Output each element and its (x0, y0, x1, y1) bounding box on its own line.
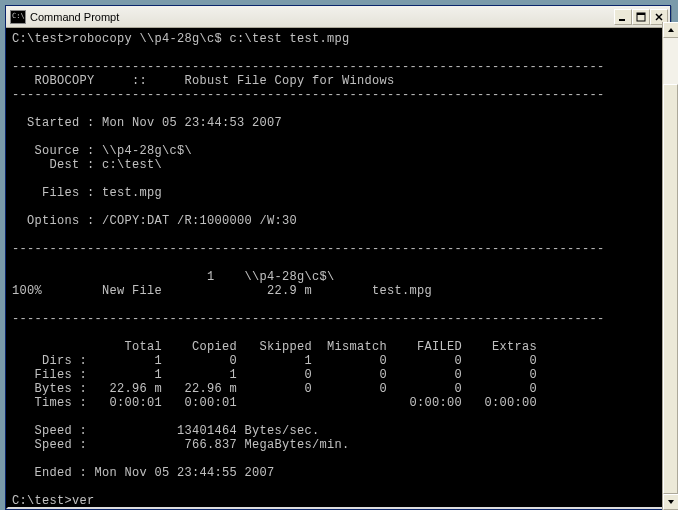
window-controls (614, 9, 668, 25)
progress-header: 1 \\p4-28g\c$\ (12, 270, 335, 284)
source-value: \\p4-28g\c$\ (95, 144, 193, 158)
scroll-thumb[interactable] (663, 84, 678, 494)
vertical-scrollbar[interactable] (662, 22, 678, 510)
dest-value: c:\test\ (95, 158, 163, 172)
svg-marker-6 (668, 500, 674, 504)
horizontal-rule: ----------------------------------------… (12, 242, 605, 256)
command-prompt-window: C:\ Command Prompt C:\test>robocopy \\p4… (5, 5, 671, 510)
svg-marker-5 (668, 28, 674, 32)
command-text: ver (72, 494, 95, 508)
progress-line: 100% New File 22.9 m test.mpg (12, 284, 432, 298)
robocopy-banner: ROBOCOPY :: Robust File Copy for Windows (12, 74, 395, 88)
scroll-track[interactable] (663, 38, 678, 494)
maximize-button[interactable] (632, 9, 650, 25)
options-label: Options : (12, 214, 95, 228)
cmd-icon: C:\ (10, 10, 26, 24)
speed-bytes-sec: Speed : 13401464 Bytes/sec. (12, 424, 320, 438)
prompt: C:\test> (12, 494, 72, 508)
source-label: Source : (12, 144, 95, 158)
horizontal-rule: ----------------------------------------… (12, 60, 605, 74)
horizontal-rule: ----------------------------------------… (12, 88, 605, 102)
titlebar[interactable]: C:\ Command Prompt (6, 6, 670, 28)
stats-header: Total Copied Skipped Mismatch FAILED Ext… (12, 340, 537, 354)
speed-mb-min: Speed : 766.837 MegaBytes/min. (12, 438, 350, 452)
window-title: Command Prompt (30, 11, 614, 23)
files-label: Files : (12, 186, 95, 200)
svg-rect-0 (619, 19, 625, 21)
minimize-button[interactable] (614, 9, 632, 25)
console-output[interactable]: C:\test>robocopy \\p4-28g\c$ c:\test tes… (6, 28, 670, 509)
dest-label: Dest : (12, 158, 95, 172)
svg-rect-2 (637, 13, 645, 15)
scroll-up-button[interactable] (663, 22, 678, 38)
scroll-down-button[interactable] (663, 494, 678, 510)
stats-files: Files : 1 1 0 0 0 0 (12, 368, 537, 382)
stats-times: Times : 0:00:01 0:00:01 0:00:00 0:00:00 (12, 396, 537, 410)
stats-bytes: Bytes : 22.96 m 22.96 m 0 0 0 0 (12, 382, 537, 396)
options-value: /COPY:DAT /R:1000000 /W:30 (95, 214, 298, 228)
started-value: Mon Nov 05 23:44:53 2007 (95, 116, 283, 130)
prompt: C:\test> (12, 32, 72, 46)
command-text: robocopy \\p4-28g\c$ c:\test test.mpg (72, 32, 350, 46)
stats-dirs: Dirs : 1 0 1 0 0 0 (12, 354, 537, 368)
started-label: Started : (12, 116, 95, 130)
ended-label: Ended : (12, 466, 87, 480)
horizontal-rule: ----------------------------------------… (12, 312, 605, 326)
files-value: test.mpg (95, 186, 163, 200)
ended-value: Mon Nov 05 23:44:55 2007 (87, 466, 275, 480)
cmd-icon-text: C:\ (12, 13, 25, 20)
